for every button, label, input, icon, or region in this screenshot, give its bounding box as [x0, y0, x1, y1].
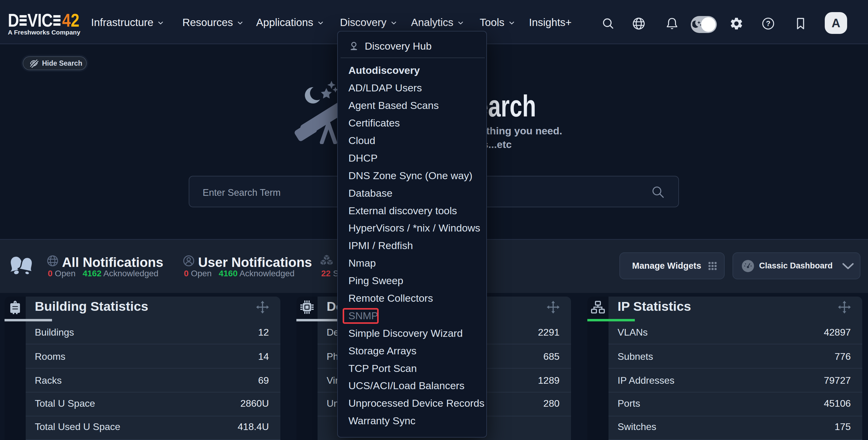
svg-text:?: ? [766, 19, 771, 28]
